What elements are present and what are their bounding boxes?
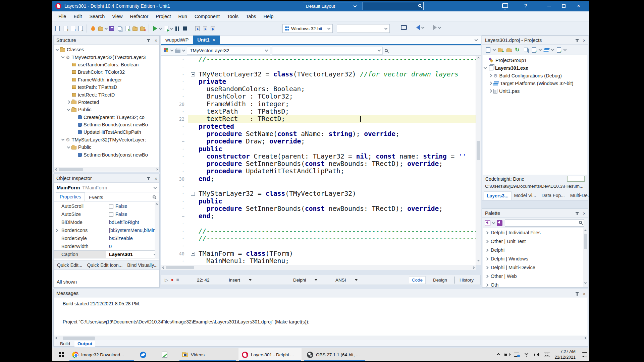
project-tree-item[interactable]: Target Platforms (Windows 32-bit) — [483, 79, 587, 87]
code-line[interactable]: · procedure SetInnerBounds(const newBoun… — [161, 160, 476, 168]
refresh-file-icon[interactable]: ↻ — [124, 25, 130, 32]
scroll-up-icon[interactable] — [584, 230, 586, 232]
code-line[interactable]: ·private — [161, 78, 476, 85]
activity-icon[interactable] — [522, 47, 529, 53]
menu-item-tools[interactable]: Tools — [223, 12, 242, 20]
messages-body[interactable]: Build started 21/12/2021 8:05:28 PM. Pro… — [54, 298, 587, 336]
model-view-icon[interactable] — [164, 48, 169, 53]
help-icon[interactable]: ? — [522, 3, 529, 8]
structure-horizontal-scrollbar[interactable] — [54, 167, 159, 172]
scrollbar-thumb[interactable] — [477, 141, 480, 160]
scroll-down-icon[interactable] — [584, 282, 587, 284]
ide-search-input[interactable] — [363, 2, 424, 10]
open-recent-icon[interactable] — [97, 25, 104, 32]
open-project-icon[interactable]: + — [69, 25, 76, 32]
build-check-icon[interactable]: ✓ — [531, 47, 537, 53]
messages-tab-build[interactable]: Build — [57, 341, 73, 347]
taskbar-clock[interactable]: 7:27 AM 22/12/2021 — [554, 349, 576, 360]
scrollbar-thumb[interactable] — [63, 337, 95, 340]
property-row[interactable]: BiDiModebdLeftToRight — [54, 218, 159, 226]
pin-icon[interactable] — [148, 39, 149, 42]
structure-tree-item[interactable]: FrameWidth: integer — [54, 76, 159, 83]
code-line[interactable]: ·public — [161, 145, 476, 153]
code-line[interactable]: · textPath : TPathsD; — [161, 108, 476, 115]
menu-item-refactor[interactable]: Refactor — [126, 12, 152, 20]
messages-tab-output[interactable]: Output — [74, 341, 95, 347]
volume-icon[interactable] — [534, 353, 539, 357]
insert-mode-combo[interactable]: Insert — [229, 278, 252, 283]
options-icon[interactable]: ✓ — [555, 47, 562, 53]
code-line[interactable]: · procedure SetInnerBounds(const newBoun… — [161, 205, 476, 213]
close-icon[interactable]: × — [155, 176, 157, 181]
pause-button[interactable] — [174, 25, 180, 32]
desktop-layout-combo[interactable]: Default Layout — [303, 2, 359, 10]
device-preview-icon[interactable] — [401, 25, 407, 30]
code-line[interactable]: ·//-------------------------------------… — [161, 228, 476, 235]
code-line[interactable]: · — [161, 242, 476, 250]
code-line[interactable]: 22 textRect : TRectD; — [161, 115, 476, 123]
code-line[interactable]: · useRandomColors: Boolean; — [161, 85, 476, 93]
pin-icon[interactable] — [577, 292, 578, 296]
property-value[interactable]: Layers301 — [106, 251, 159, 258]
editor-tab-wuppdiwp[interactable]: wuppdiWP — [161, 36, 193, 44]
fold-collapse-icon[interactable] — [191, 72, 195, 76]
code-line[interactable]: · MainMenu1: TMainMenu; — [161, 257, 476, 265]
encoding-combo[interactable]: ANSI — [335, 278, 358, 283]
property-row[interactable]: BorderIcons[biSystemMenu,biMin — [54, 226, 159, 234]
close-icon[interactable]: × — [155, 38, 157, 43]
menu-item-help[interactable]: Help — [260, 12, 277, 20]
view-design[interactable]: Design — [430, 277, 450, 284]
pin-icon[interactable] — [148, 177, 149, 180]
pin-icon[interactable] — [577, 212, 578, 215]
quick-action-link[interactable]: Quick Edit Icon... — [87, 262, 122, 268]
property-value[interactable]: [biSystemMenu,biMin — [106, 226, 159, 234]
trace-into-icon[interactable] — [202, 25, 208, 32]
tab-properties[interactable]: Properties — [56, 192, 85, 201]
view-history[interactable]: History — [454, 277, 476, 284]
code-line[interactable]: 40TMainForm = class(TForm) — [161, 250, 476, 257]
search-icon[interactable] — [153, 195, 156, 198]
minimize-button[interactable] — [542, 1, 556, 11]
code-line[interactable]: ·public — [161, 198, 476, 205]
navigate-forward-button[interactable] — [433, 25, 441, 30]
display-sync-icon[interactable] — [514, 353, 519, 357]
run-without-debug-icon[interactable]: ▶ — [163, 25, 169, 32]
save-all-icon[interactable] — [116, 25, 123, 32]
editor-vertical-scrollbar[interactable] — [476, 56, 481, 265]
step-over-icon[interactable] — [194, 25, 201, 32]
property-row[interactable]: BorderWidth0 — [54, 242, 159, 250]
code-line[interactable]: ·//-------------------------------------… — [161, 56, 476, 63]
scroll-left-icon[interactable] — [54, 337, 59, 339]
code-line[interactable]: ·protected — [161, 123, 476, 130]
stop-button[interactable] — [181, 25, 188, 32]
refresh-icon[interactable]: ↻ — [514, 47, 521, 53]
quick-action-link[interactable]: Quick Edit... — [57, 262, 82, 268]
property-row[interactable]: AutoScrollFalse — [54, 202, 159, 210]
taskbar-button-bird[interactable] — [137, 348, 157, 361]
platforms-check-icon[interactable] — [543, 47, 550, 53]
menu-item-run[interactable]: Run — [174, 12, 191, 20]
structure-tree-item[interactable]: ⚙TMyStarLayer32(TMyVectorLayer: — [54, 136, 159, 143]
project-tree-item[interactable]: ProjectGroup1 — [483, 56, 587, 64]
palette-mode-icon[interactable] — [485, 220, 490, 226]
property-value[interactable]: 0 — [106, 242, 159, 250]
editor-horizontal-scrollbar[interactable] — [161, 265, 476, 270]
pin-icon[interactable] — [577, 39, 578, 42]
palette-category[interactable]: Delphi | Multi-Device — [483, 263, 583, 272]
scroll-right-icon[interactable] — [154, 169, 159, 170]
add-file-icon[interactable]: + — [497, 47, 504, 53]
remove-file-icon[interactable]: − — [505, 47, 512, 53]
dock-tab-0[interactable]: Layers3... — [484, 191, 512, 200]
search-icon[interactable] — [385, 49, 388, 52]
palette-category[interactable]: Delphi | Windows — [483, 254, 583, 263]
property-row[interactable]: AutoSizeFalse — [54, 210, 159, 218]
print-icon[interactable] — [175, 49, 180, 53]
property-value[interactable]: bsSizeable — [106, 234, 159, 242]
taskbar-button-videos[interactable]: Videos — [179, 348, 236, 361]
messages-horizontal-scrollbar[interactable] — [54, 336, 587, 340]
scrollbar-thumb[interactable] — [59, 168, 83, 171]
navigate-back-button[interactable] — [416, 25, 424, 30]
selected-object-combo[interactable]: MainForm TMainForm — [54, 183, 159, 192]
chevron-down-icon[interactable] — [170, 48, 174, 52]
code-line[interactable]: · procedure UpdateHitTestAndClipPath; — [161, 168, 476, 175]
